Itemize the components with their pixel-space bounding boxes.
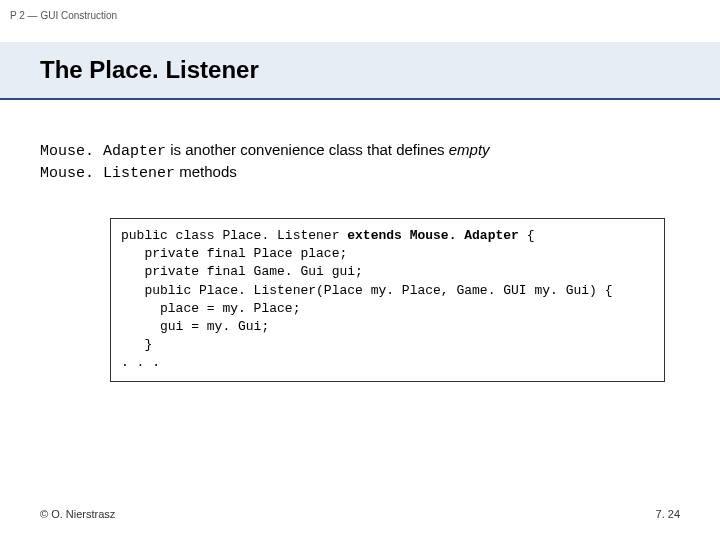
title-rule: [0, 98, 720, 100]
intro-mono-2: Mouse. Listener: [40, 165, 175, 182]
intro-mono-1: Mouse. Adapter: [40, 143, 166, 160]
footer-copyright: © O. Nierstrasz: [40, 508, 115, 520]
code-l4: public Place. Listener(Place my. Place, …: [121, 283, 612, 298]
code-l1c: {: [519, 228, 535, 243]
code-l3: private final Game. Gui gui;: [121, 264, 363, 279]
intro-text: Mouse. Adapter is another convenience cl…: [40, 140, 680, 185]
title-bar: The Place. Listener: [0, 42, 720, 98]
code-l8: . . .: [121, 355, 160, 370]
intro-ital-1: empty: [449, 141, 490, 158]
code-l7: }: [121, 337, 152, 352]
code-l5: place = my. Place;: [121, 301, 300, 316]
intro-text-2: methods: [175, 163, 237, 180]
slide-title: The Place. Listener: [40, 56, 720, 84]
code-l2: private final Place place;: [121, 246, 347, 261]
code-l6: gui = my. Gui;: [121, 319, 269, 334]
code-box: public class Place. Listener extends Mou…: [110, 218, 665, 382]
slide: P 2 — GUI Construction The Place. Listen…: [0, 0, 720, 540]
code-l1a: public class Place. Listener: [121, 228, 347, 243]
footer-page: 7. 24: [656, 508, 680, 520]
intro-text-1: is another convenience class that define…: [166, 141, 449, 158]
code-l1b: extends Mouse. Adapter: [347, 228, 519, 243]
slide-topic: P 2 — GUI Construction: [10, 10, 117, 21]
